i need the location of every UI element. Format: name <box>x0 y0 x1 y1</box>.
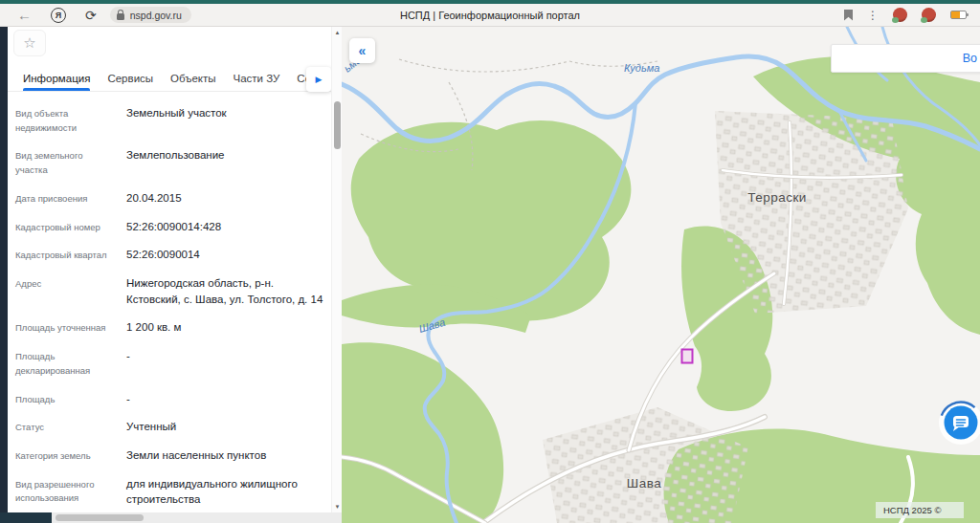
field-value: Землепользование <box>126 147 323 177</box>
panel-vertical-scrollbar[interactable]: ▲ ▼ <box>331 27 342 512</box>
panel-horizontal-scrollbar[interactable] <box>52 512 342 523</box>
field-label: Категория земель <box>15 447 117 464</box>
field-label: Вид земельного участка <box>15 147 117 177</box>
field-value: Земли населенных пунктов <box>126 447 323 464</box>
field-row: Вид разрешенного использованиядля индиви… <box>15 476 323 508</box>
refresh-icon[interactable]: ⟳ <box>85 9 97 22</box>
profile-avatar[interactable] <box>922 8 936 22</box>
field-value: для индивидуального жилищного строительс… <box>126 476 323 508</box>
browser-toolbar: ← Я ⟳ nspd.gov.ru НСПД | Геоинформационн… <box>0 4 980 27</box>
scrollbar-thumb[interactable] <box>56 514 144 521</box>
field-row: Вид земельного участкаЗемлепользование <box>15 147 323 177</box>
field-value: Учтенный <box>126 419 323 435</box>
field-label: Дата присвоения <box>15 190 117 207</box>
profile-avatar[interactable] <box>893 8 907 22</box>
town-label-terraski: Терраски <box>747 190 807 205</box>
field-label: Статус <box>15 419 117 435</box>
panel-tabs: Информация Сервисы Объекты Части ЗУ Сост… <box>8 65 331 92</box>
selected-parcel[interactable] <box>682 350 693 363</box>
field-row: Площадь- <box>15 391 323 407</box>
url-text: nspd.gov.ru <box>130 10 182 21</box>
field-label: Площадь декларированная <box>15 348 117 378</box>
field-label: Кадастровый квартал <box>15 247 117 263</box>
scrollbar-thumb[interactable] <box>334 101 341 149</box>
field-label: Площадь <box>15 391 117 407</box>
object-info-panel: ☆ Информация Сервисы Объекты Части ЗУ Со… <box>8 27 342 512</box>
back-icon[interactable]: ← <box>17 8 32 22</box>
map-graphics: Кудьма ьма Шава Терраски Шава НСПД 2025 … <box>342 27 980 523</box>
favorite-star-button[interactable]: ☆ <box>13 30 46 56</box>
bookmark-icon[interactable] <box>844 10 853 21</box>
field-value: 1 200 кв. м <box>126 319 323 336</box>
yandex-logo-icon[interactable]: Я <box>51 8 66 23</box>
tabs-scroll-right-button[interactable]: ▶ <box>306 67 331 92</box>
field-label: Вид объекта недвижимости <box>15 105 117 135</box>
field-value: 52:26:0090014 <box>126 247 323 263</box>
field-row: Площадь уточненная1 200 кв. м <box>15 319 323 336</box>
field-row: Кадастровый номер52:26:0090014:428 <box>15 219 323 235</box>
panel-collapse-button[interactable]: « <box>349 38 375 63</box>
chat-support-button[interactable] <box>936 398 980 447</box>
field-row: Дата присвоения20.04.2015 <box>15 190 323 207</box>
scroll-up-icon[interactable]: ▲ <box>332 30 342 35</box>
map-canvas[interactable]: Кудьма ьма Шава Терраски Шава НСПД 2025 … <box>342 27 980 523</box>
field-value: 52:26:0090014:428 <box>126 219 323 235</box>
field-label: Площадь уточненная <box>15 319 117 336</box>
field-value: - <box>126 348 323 378</box>
field-label: Вид разрешенного использования <box>15 476 117 508</box>
field-row: Вид объекта недвижимостиЗемельный участо… <box>15 105 323 135</box>
tab-services[interactable]: Сервисы <box>107 65 153 91</box>
address-bar[interactable]: nspd.gov.ru <box>110 7 191 23</box>
login-link[interactable]: Во <box>963 52 977 65</box>
field-row: СтатусУчтенный <box>15 419 323 435</box>
field-value: Нижегородская область, р-н. Кстовский, с… <box>126 275 323 307</box>
lock-icon <box>117 13 124 20</box>
page-left-edge <box>0 27 8 523</box>
river-label-kudma: Кудьма <box>624 62 659 74</box>
scroll-down-icon[interactable]: ▼ <box>332 504 342 510</box>
object-attributes: Вид объекта недвижимостиЗемельный участо… <box>15 105 323 512</box>
browser-window: ← Я ⟳ nspd.gov.ru НСПД | Геоинформационн… <box>0 0 980 523</box>
field-label: Кадастровый номер <box>15 219 117 235</box>
field-row: Площадь декларированная- <box>15 348 323 378</box>
menu-kebab-icon[interactable]: ⋮ <box>867 9 879 22</box>
login-search-bar[interactable]: Во <box>831 44 980 73</box>
field-row: Категория земельЗемли населенных пунктов <box>15 447 323 464</box>
field-value: 20.04.2015 <box>126 190 323 207</box>
map-attribution: НСПД 2025 © <box>883 505 941 515</box>
field-row: Кадастровый квартал52:26:0090014 <box>15 247 323 263</box>
field-label: Адрес <box>15 275 117 307</box>
tab-information[interactable]: Информация <box>23 65 90 91</box>
town-label-shava: Шава <box>627 476 661 490</box>
field-value: - <box>126 391 323 407</box>
tab-parcel-parts[interactable]: Части ЗУ <box>234 65 280 91</box>
page-bottom-corner <box>0 512 52 523</box>
field-value: Земельный участок <box>126 105 323 135</box>
field-row: АдресНижегородская область, р-н. Кстовск… <box>15 275 323 307</box>
battery-icon <box>950 11 967 19</box>
tab-objects[interactable]: Объекты <box>170 65 215 91</box>
